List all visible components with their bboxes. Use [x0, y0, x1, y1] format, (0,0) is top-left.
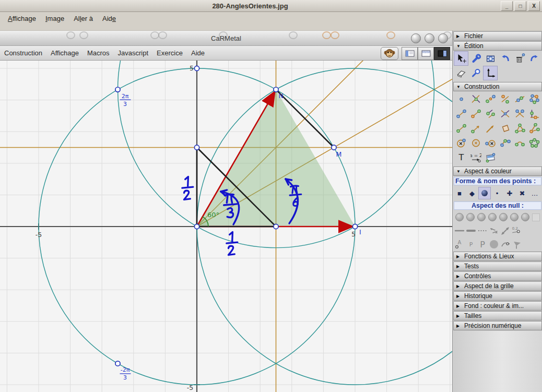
image-tool[interactable]: [483, 150, 498, 165]
angle-tool[interactable]: [527, 121, 541, 136]
viewer-menu-aller[interactable]: Aller à: [69, 14, 98, 23]
panel-header-fonctions[interactable]: ▶Fonctions & Lieux: [453, 252, 542, 261]
vector-tool[interactable]: [483, 121, 498, 136]
carmetal-window: CaRMetal ConstructionAffichageMacrosJava…: [0, 31, 452, 392]
carmetal-menu-affichage[interactable]: Affichage: [46, 47, 83, 58]
perpendicular-tool[interactable]: [527, 106, 541, 121]
intersection-tool[interactable]: [468, 92, 483, 106]
parallel-segments-tool[interactable]: [483, 106, 498, 121]
carmetal-menu-aide[interactable]: Aide: [187, 47, 209, 58]
triangle-points-tool[interactable]: [512, 121, 527, 136]
line-thin[interactable]: [454, 225, 465, 236]
maximize-button[interactable]: □: [514, 1, 526, 11]
viewer-menu-aide[interactable]: Aide: [98, 14, 121, 23]
point-size-option-5[interactable]: [498, 211, 509, 223]
filter-flag-icon: [512, 239, 522, 250]
arc-three-points-tool[interactable]: [498, 136, 512, 150]
undo[interactable]: [498, 51, 512, 66]
window-button-3[interactable]: [438, 33, 448, 43]
viewer-menu-affichage[interactable]: Affichage: [3, 14, 41, 23]
compass-tool[interactable]: [483, 136, 498, 150]
expression-tool[interactable]: a = 2: [468, 150, 483, 165]
cross-points-tool[interactable]: [512, 106, 527, 121]
cross-lines-tool[interactable]: [498, 106, 512, 121]
label-small[interactable]: P: [465, 239, 477, 250]
carmetal-menu-macros[interactable]: Macros: [83, 47, 114, 58]
skew-arrows[interactable]: [488, 225, 500, 236]
point-size-option-1[interactable]: [454, 211, 465, 223]
conic-five-points-tool[interactable]: [527, 136, 541, 150]
window-button-1[interactable]: [411, 33, 421, 43]
window-button-2[interactable]: [425, 33, 434, 43]
panel-header-grille[interactable]: ▶Aspect de la grille: [453, 281, 542, 291]
line-two-points-tool[interactable]: [512, 92, 527, 106]
label-with-point[interactable]: A: [454, 239, 465, 250]
point-shape-cross[interactable]: ✖: [516, 187, 528, 199]
panel-header-historique[interactable]: ▶Historique: [453, 291, 542, 301]
point-shape-more[interactable]: …: [528, 187, 541, 199]
carmetal-menu-javascript[interactable]: Javascript: [114, 47, 153, 58]
panel-header-precision[interactable]: ▶Précision numérique: [453, 321, 542, 330]
panel-header-tests[interactable]: ▶Tests: [453, 262, 542, 271]
circle-center-point-tool[interactable]: [454, 136, 468, 150]
close-button[interactable]: X: [528, 1, 540, 11]
layout-top-bar-toggle[interactable]: [418, 47, 434, 60]
arc-tool[interactable]: [512, 136, 527, 150]
point-tool[interactable]: [454, 92, 468, 106]
midpoint-tool[interactable]: [483, 92, 498, 106]
monkey-macro-button[interactable]: [381, 47, 398, 60]
arc-aspect[interactable]: [500, 239, 511, 250]
point-size-option-7[interactable]: [520, 211, 531, 223]
panel-header-controles[interactable]: ▶Contrôles: [453, 271, 542, 281]
carmetal-menu-exercice[interactable]: Exercice: [152, 47, 187, 58]
ray-tool[interactable]: [468, 121, 483, 136]
panel-header-fond[interactable]: ▶Fond : couleur & im...: [453, 301, 542, 311]
decimal-size[interactable]: 0,2: [511, 225, 523, 236]
geometry-canvas[interactable]: 60°5-5-552π3NMI-2π3: [0, 61, 452, 392]
layout-right-panel-toggle[interactable]: [434, 47, 450, 60]
point-size-option-4[interactable]: [487, 211, 498, 223]
segment-tool[interactable]: [454, 121, 468, 136]
point-size-option-3[interactable]: [476, 211, 487, 223]
animation-tool[interactable]: [483, 51, 498, 66]
filled-polygon-tool[interactable]: [498, 121, 512, 136]
delete-object-tool[interactable]: [512, 51, 527, 66]
polygon-points-tool[interactable]: [527, 92, 541, 106]
text-tool[interactable]: T: [454, 150, 468, 165]
point-size-option-6[interactable]: [509, 211, 520, 223]
magnifier-tool[interactable]: [468, 66, 483, 80]
point-shape-diamond[interactable]: ◆: [466, 187, 478, 199]
filter-flag[interactable]: [511, 239, 523, 250]
svg-text:5: 5: [351, 230, 356, 238]
minimize-button[interactable]: _: [501, 1, 513, 11]
properties-tool[interactable]: [468, 51, 483, 66]
panel-header-construction[interactable]: ▼Construction: [453, 82, 542, 91]
circle-radius-tool[interactable]: [468, 136, 483, 150]
symmetry-tool[interactable]: [498, 92, 512, 106]
panel-header-tailles[interactable]: ▶Tailles: [453, 311, 542, 320]
diagonal-arrow[interactable]: [500, 225, 511, 236]
point-size-option-square[interactable]: [531, 211, 541, 223]
line-dotted[interactable]: [477, 225, 488, 236]
label-large[interactable]: P: [477, 239, 488, 250]
big-point[interactable]: [488, 239, 500, 250]
panel-header-edition[interactable]: ▼Édition: [453, 41, 542, 51]
point-shape-sphere[interactable]: [478, 187, 491, 199]
line-thick[interactable]: [465, 225, 477, 236]
point-shape-square[interactable]: ■: [453, 187, 466, 199]
point-shape-small-dot[interactable]: •: [491, 187, 503, 199]
axes-tool[interactable]: [483, 66, 498, 80]
carmetal-menu-construction[interactable]: Construction: [0, 47, 46, 58]
layout-left-panel-toggle[interactable]: [402, 47, 418, 60]
viewer-menu-image[interactable]: Image: [41, 14, 69, 23]
segment-blue-tool[interactable]: [454, 106, 468, 121]
move-tool[interactable]: [454, 51, 468, 66]
panel-header-aspect[interactable]: ▼Aspect & couleur: [453, 167, 542, 176]
redo[interactable]: [527, 51, 541, 66]
point-shape-plus[interactable]: ✚: [503, 187, 516, 199]
filled-polygon-tool-icon: [500, 123, 511, 134]
segment-mixed-tool[interactable]: [468, 106, 483, 121]
point-size-option-2[interactable]: [465, 211, 476, 223]
eraser-tool[interactable]: [454, 66, 468, 80]
panel-header-fichier[interactable]: ▶Fichier: [453, 31, 542, 41]
